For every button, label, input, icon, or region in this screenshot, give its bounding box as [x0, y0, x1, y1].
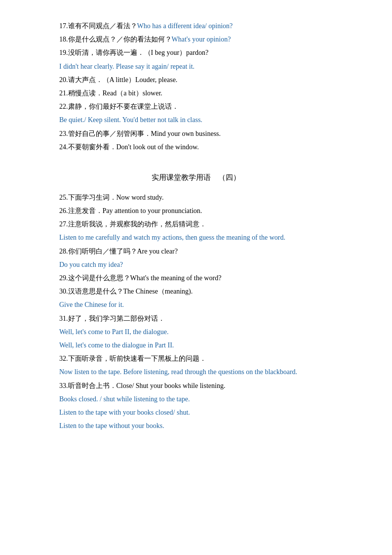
chinese-line: 26.注意发音．Pay attention to your pronunciat… — [59, 205, 333, 217]
english-line: Give the Chinese for it. — [59, 299, 333, 311]
chinese-text: 18.你是什么观点？／你的看法如何？ — [59, 36, 172, 43]
chinese-line: 30.汉语意思是什么？The Chinese（meaning). — [59, 285, 333, 298]
chinese-line: 20.请大声点．（A little）Louder, please. — [59, 74, 333, 86]
english-line: Now listen to the tape. Before listening… — [59, 366, 333, 378]
english-line: Well, let's come to the dialogue in Part… — [59, 339, 333, 351]
chinese-line: 28.你们听明白／懂了吗？Are you clear? — [59, 245, 333, 257]
english-text: What's your opinion? — [172, 36, 231, 43]
chinese-line: 22.肃静，你们最好不要在课堂上说话． — [59, 100, 333, 113]
english-line: Well, let's come to Part II, the dialogu… — [59, 326, 333, 338]
english-line: Books closed. / shut while listening to … — [59, 393, 333, 405]
chinese-line: 31.好了，我们学习第二部份对话． — [59, 312, 333, 325]
english-line: Do you catch my idea? — [59, 258, 333, 271]
chinese-line: 32.下面听录音，听前快速看一下黑板上的问题． — [59, 352, 333, 365]
chinese-line: 19.没听清，请你再说一遍．（I beg your）pardon? — [59, 46, 333, 59]
spacer — [59, 154, 333, 159]
chinese-line: 27.注意听我说，并观察我的动作，然后猜词意． — [59, 218, 333, 230]
chinese-line: 29.这个词是什么意思？What's the meaning of the wo… — [59, 272, 333, 284]
chinese-text: 17.谁有不同观点／看法？ — [59, 22, 137, 30]
english-line: I didn't hear clearly. Please say it aga… — [59, 60, 333, 73]
section-title: 实用课堂教学用语 （四） — [59, 171, 333, 184]
chinese-line: 21.稍慢点读．Read（a bit）slower. — [59, 87, 333, 99]
main-content: 17.谁有不同观点／看法？Who has a different idea/ o… — [59, 20, 333, 432]
english-line: Listen to the tape without your books. — [59, 420, 333, 432]
content-line: 17.谁有不同观点／看法？Who has a different idea/ o… — [59, 20, 333, 32]
english-line: Listen to me carefully and watch my acti… — [59, 231, 333, 244]
chinese-line: 33.听音时合上书．Close/ Shut your books while l… — [59, 380, 333, 392]
content-line: 18.你是什么观点？／你的看法如何？What's your opinion? — [59, 33, 333, 45]
chinese-line: 23.管好自己的事／别管闲事．Mind your own business. — [59, 128, 333, 140]
chinese-line: 24.不要朝窗外看．Don't look out of the window. — [59, 141, 333, 153]
chinese-line: 25.下面学习生词．Now word study. — [59, 191, 333, 204]
english-text: Who has a different idea/ opinion? — [137, 22, 233, 30]
english-line: Be quiet./ Keep silent. You'd better not… — [59, 114, 333, 126]
english-line: Listen to the tape with your books close… — [59, 406, 333, 419]
